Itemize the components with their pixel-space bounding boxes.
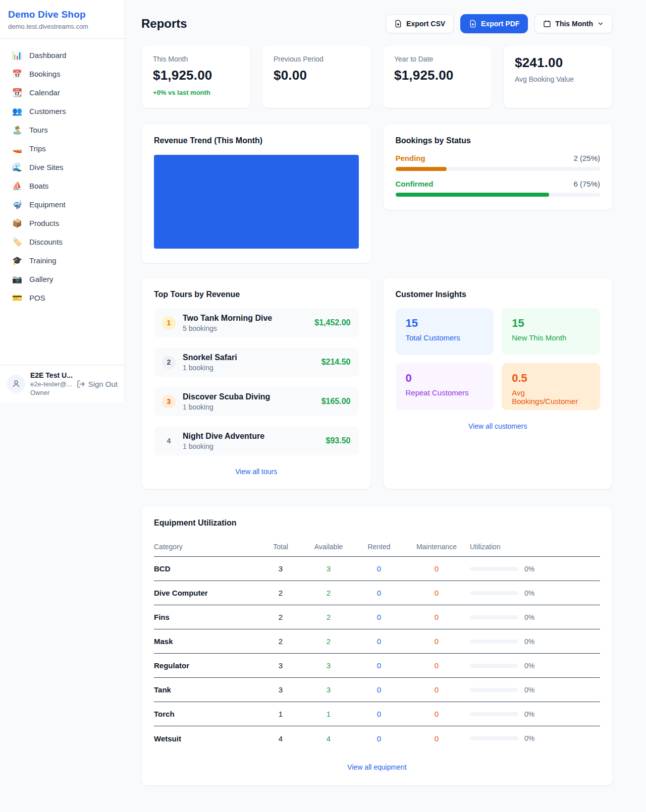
- utilization-cell: 0%: [470, 613, 600, 621]
- export-csv-button[interactable]: Export CSV: [386, 14, 454, 33]
- category-cell: Regulator: [154, 661, 259, 670]
- category-cell: BCD: [154, 564, 259, 573]
- sidebar-item-label: Tours: [29, 126, 48, 134]
- tour-name: Snorkel Safari: [183, 353, 237, 362]
- rank-badge: 1: [162, 316, 176, 330]
- label-tag-icon: 🏷️: [12, 238, 22, 246]
- available-cell: 3: [302, 661, 355, 670]
- utilization-percent: 0%: [524, 686, 534, 694]
- sign-out-button[interactable]: Sign Out: [77, 380, 118, 388]
- total-cell: 2: [259, 589, 302, 597]
- equipment-utilization-title: Equipment Utilization: [154, 518, 600, 528]
- stat-card-previous-period: Previous Period $0.00: [262, 45, 371, 108]
- shop-name: Demo Dive Shop: [8, 9, 117, 20]
- status-count: 2 (25%): [573, 154, 600, 162]
- tour-bookings: 1 booking: [183, 403, 270, 411]
- category-cell: Wetsuit: [154, 734, 259, 743]
- file-icon: [469, 20, 477, 28]
- user-box: E2E Test U... e2e-tester@... Owner Sign …: [0, 365, 125, 402]
- sidebar-item-training[interactable]: 🎓 Training: [5, 251, 120, 270]
- utilization-cell: 0%: [470, 710, 600, 718]
- sidebar-item-calendar[interactable]: 📆 Calendar: [5, 83, 120, 102]
- shop-domain: demo.test.divestreams.com: [8, 23, 117, 30]
- sidebar-item-bookings[interactable]: 📅 Bookings: [5, 65, 120, 83]
- sidebar-item-products[interactable]: 📦 Products: [5, 214, 120, 233]
- sidebar-item-discounts[interactable]: 🏷️ Discounts: [5, 233, 120, 251]
- graduation-cap-icon: 🎓: [12, 257, 22, 265]
- sidebar-item-label: Calendar: [29, 88, 60, 97]
- equipment-table: Category Total Available Rented Maintena…: [154, 537, 600, 750]
- sidebar-item-tours[interactable]: 🏝️ Tours: [5, 121, 120, 139]
- utilization-bar: [470, 664, 518, 668]
- reports-page: Demo Dive Shop demo.test.divestreams.com…: [0, 0, 646, 812]
- sidebar-item-boats[interactable]: ⛵ Boats: [5, 177, 120, 195]
- rented-cell: 0: [355, 710, 403, 718]
- category-cell: Fins: [154, 613, 259, 621]
- period-selector[interactable]: This Month: [534, 14, 613, 33]
- stat-label: Avg Booking Value: [515, 75, 601, 83]
- sidebar-item-pos[interactable]: 💳 POS: [5, 288, 120, 307]
- tour-name: Discover Scuba Diving: [183, 392, 270, 401]
- tile-value: 0: [406, 372, 484, 385]
- view-all-customers-link[interactable]: View all customers: [396, 422, 601, 430]
- table-row: BCD 3 3 0 0 0%: [154, 557, 600, 581]
- progress-fill: [396, 193, 549, 197]
- tour-amount: $214.50: [321, 358, 351, 367]
- status-label: Confirmed: [396, 180, 434, 188]
- user-role: Owner: [30, 389, 72, 396]
- bookings-by-status-card: Bookings by Status Pending 2 (25%) Confi…: [383, 124, 613, 210]
- table-row: Mask 2 2 0 0 0%: [154, 629, 600, 654]
- table-row: Fins 2 2 0 0 0%: [154, 605, 600, 629]
- sidebar-item-dashboard[interactable]: 📊 Dashboard: [5, 46, 120, 65]
- sidebar-item-gallery[interactable]: 📷 Gallery: [5, 270, 120, 288]
- available-cell: 2: [302, 613, 355, 621]
- sidebar-item-dive-sites[interactable]: 🌊 Dive Sites: [5, 158, 120, 177]
- maintenance-cell: 0: [403, 710, 470, 718]
- column-header: Rented: [355, 543, 403, 551]
- tile-new-this-month: 15 New This Month: [502, 308, 600, 355]
- person-icon: [12, 379, 21, 388]
- status-row-confirmed: Confirmed 6 (75%): [396, 180, 601, 197]
- utilization-bar: [470, 567, 518, 571]
- chevron-down-icon: [597, 20, 604, 27]
- total-cell: 3: [259, 685, 302, 694]
- total-cell: 3: [259, 661, 302, 670]
- rented-cell: 0: [355, 613, 403, 621]
- export-pdf-button[interactable]: Export PDF: [460, 14, 528, 33]
- tile-total-customers: 15 Total Customers: [396, 308, 494, 355]
- stat-value: $1,925.00: [153, 68, 239, 83]
- utilization-cell: 0%: [470, 734, 600, 742]
- page-title: Reports: [141, 17, 187, 31]
- sidebar-item-label: Discounts: [29, 238, 63, 246]
- sidebar-item-label: Training: [29, 256, 57, 265]
- tour-bookings: 1 booking: [183, 442, 264, 450]
- sidebar-item-trips[interactable]: 🚤 Trips: [5, 139, 120, 158]
- tile-value: 0.5: [512, 372, 590, 385]
- tile-value: 15: [512, 317, 590, 330]
- status-label: Pending: [396, 154, 425, 162]
- sidebar-item-equipment[interactable]: 🤿 Equipment: [5, 195, 120, 214]
- export-csv-label: Export CSV: [406, 20, 445, 28]
- rank-badge: 4: [162, 434, 176, 448]
- tour-bookings: 5 bookings: [183, 324, 272, 332]
- table-row: Torch 1 1 0 0 0%: [154, 702, 600, 726]
- sidebar-item-customers[interactable]: 👥 Customers: [5, 102, 120, 121]
- rank-badge: 3: [162, 395, 176, 409]
- file-icon: [394, 20, 402, 28]
- island-icon: 🏝️: [12, 126, 22, 134]
- view-all-tours-link[interactable]: View all tours: [154, 468, 359, 476]
- stat-value: $1,925.00: [394, 68, 480, 83]
- utilization-cell: 0%: [470, 589, 600, 597]
- table-row: Wetsuit 4 4 0 0 0%: [154, 726, 600, 750]
- camera-icon: 📷: [12, 275, 22, 283]
- category-cell: Mask: [154, 637, 259, 646]
- utilization-percent: 0%: [524, 637, 534, 646]
- column-header: Maintenance: [403, 543, 470, 551]
- user-email: e2e-tester@...: [30, 380, 72, 388]
- user-name: E2E Test U...: [30, 371, 72, 379]
- progress-track: [396, 167, 601, 171]
- utilization-cell: 0%: [470, 565, 600, 573]
- maintenance-cell: 0: [403, 564, 470, 573]
- view-all-equipment-link[interactable]: View all equipment: [154, 763, 600, 771]
- sidebar-item-label: Bookings: [29, 70, 61, 78]
